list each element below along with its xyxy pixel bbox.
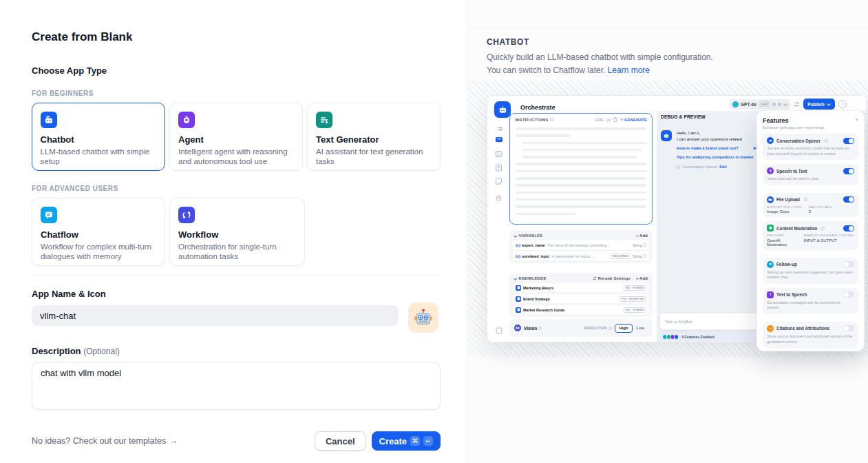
instructions-skeleton [510,124,652,223]
divider [32,275,441,276]
learn-more-link[interactable]: Learn more [608,65,650,75]
generate-button: ⚡ GENERATE [620,117,647,122]
description-textarea[interactable]: chat with vllm model [32,362,441,410]
rerank-icon [593,276,597,280]
knowledge-name: Brand Strategy [523,297,550,301]
feature-toggle [843,325,854,331]
model-param-icon [778,103,781,106]
instructions-panel: INSTRUCTIONS 2182 {x} ⚡ GENERATE [509,113,653,225]
templates-link[interactable]: No ideas? Check out our templates → [32,436,178,446]
info-icon [821,227,825,230]
variable-row: {x} expert_name The name of the strategi… [513,240,649,249]
feature-item-speech-to-text: Speech to Text Voice input can be used i… [763,164,858,185]
info-icon [825,139,828,143]
settings-gear-icon [495,192,502,205]
app-type-name: Text Generator [316,134,432,145]
feature-description: You are an entity extraction model that … [767,146,854,156]
variable-name: expert_name [522,243,544,247]
knowledge-section: KNOWLEDGE Rerank Settings + Add Marketin… [509,273,653,317]
model-param-icon [772,103,776,106]
enter-key-icon: ↵ [423,436,433,446]
for-beginners-label: FOR BEGINNERS [32,90,441,97]
chat-input-preview: Talk to DifyBot [659,313,770,330]
agent-icon [178,112,195,128]
knowledge-row: Market Research Guide HQ · HYBRID [513,305,649,314]
conversation-opener-row: Conversation Opener Edit [677,164,761,169]
app-type-card-chatflow[interactable]: Chatflow Workflow for complex multi-turn… [32,198,165,266]
right-pane-header [467,0,868,28]
cancel-button[interactable]: Cancel [315,431,366,451]
suggested-question: How to make a brand stand out? Bes [677,145,761,152]
model-provider-icon [732,101,739,107]
app-type-info-text: Quickly build an LLM-based chatbot with … [487,51,724,76]
feature-description: Show source document and attributed sect… [767,334,854,344]
app-type-card-chatbot[interactable]: Chatbot LLM-based chatbot with simple se… [32,103,165,171]
app-name-input[interactable] [32,305,399,326]
app-type-card-workflow[interactable]: Workflow Orchestration for single-turn a… [169,198,305,266]
description-label: Description (Optional) [32,346,441,356]
feature-toggle [843,168,854,174]
knowledge-name: Market Research Guide [523,308,564,312]
workflow-icon [178,207,195,223]
conversation-opener-icon [767,137,774,144]
debug-preview-title: DEBUG & PREVIEW [661,114,706,119]
app-type-name: Agent [178,134,294,145]
app-icon-picker[interactable] [408,302,438,333]
feature-description: Conversation messages can be converted t… [767,300,854,311]
speech-to-text-icon [767,167,774,174]
variable-prefix: {x} [516,254,520,258]
app-type-card-agent[interactable]: Agent Intelligent agent with reasoning a… [169,103,303,171]
copy-icon [613,117,617,122]
feature-toggle [843,261,854,267]
feature-meta-label: MAX UPLOADS [809,205,832,209]
chevron-down-icon [827,102,831,106]
edit-link: Edit [719,164,726,169]
feature-item-content-moderation: Content Moderation PROVIDEROpenAI Modera… [763,221,858,250]
chevron-down-icon [783,102,787,106]
history-icon [838,100,847,108]
greeting-line2: I can answer your questions related [677,136,761,143]
model-mode-badge: CHAT [759,101,770,107]
app-type-description: Orchestration for single-turn automation… [178,242,296,262]
publish-label: Publish [807,102,825,107]
model-bar: GPT-4o CHAT Publish [730,99,847,110]
feature-item-file-upload: File Upload SUPPORT FILE TYPESImage, Doc… [763,193,858,218]
chat-input-placeholder: Talk to DifyBot [665,319,692,324]
feature-meta-label: PROVIDER [767,234,796,237]
feature-item-conversation-opener: Conversation Opener You are an entity ex… [763,134,858,160]
publish-button: Publish [803,99,835,110]
app-type-card-text-generator[interactable]: Text Generator AI assistant for text gen… [307,103,441,171]
add-variable-button: + Add [636,234,648,238]
cmd-key-icon: ⌘ [410,436,420,446]
knowledge-row: Brand Strategy HQ · INVERTED [513,294,649,303]
model-selector: GPT-4o CHAT [730,99,790,110]
bot-message: Hello, I am L. I can answer your questio… [677,130,761,169]
variable-description: The name of the strategic consulting... [547,243,632,247]
feature-item-text-to-speech: Text to Speech Conversation messages can… [763,288,858,314]
text-generator-icon [316,112,332,128]
generate-label: GENERATE [624,118,647,122]
knowledge-doc-icon [516,296,521,302]
choose-app-type-label: Choose App Type [32,65,441,76]
feature-dot-icon [674,334,679,340]
preview-app-title: Orchestrate [520,104,555,111]
variables-title: VARIABLES [519,234,543,238]
suggestion-text: How to make a brand stand out? [677,145,739,152]
app-type-description: Workflow for complex multi-turn dialogue… [41,242,156,262]
instructions-title: INSTRUCTIONS [515,118,549,122]
feature-toggle [843,196,854,203]
advanced-cards: Chatflow Workflow for complex multi-turn… [32,198,441,266]
feature-label: Text to Speech [776,292,807,297]
page-title: Create from Blank [32,30,441,44]
feature-description: Setting up next questions suggestion can… [767,270,854,280]
greeting-line1: Hello, I am L. [677,130,761,136]
char-count: 2182 [595,118,603,122]
info-icon [550,118,553,121]
chatflow-icon [41,207,57,223]
feature-meta-value: 3 [809,209,832,214]
preview-hatch-area: Orchestrate GPT-4o CHAT Publish [468,81,868,357]
features-enabled-bar: 4 Features Enabled [659,333,764,341]
create-button[interactable]: Create ⌘ ↵ [372,431,441,451]
vision-eye-icon [514,325,521,331]
info-icon [608,327,612,330]
